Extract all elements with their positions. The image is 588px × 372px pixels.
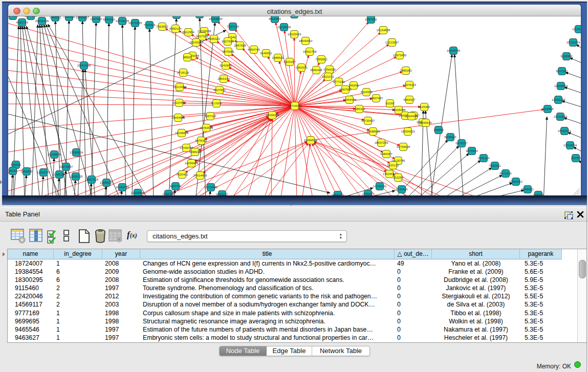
svg-text:164095: 164095 xyxy=(433,128,444,132)
svg-text:5322037: 5322037 xyxy=(284,60,296,63)
svg-text:7663822: 7663822 xyxy=(156,25,168,28)
svg-text:835061: 835061 xyxy=(11,163,21,166)
svg-text:7386322: 7386322 xyxy=(353,107,365,111)
svg-text:1621072: 1621072 xyxy=(322,75,334,78)
svg-text:3624554: 3624554 xyxy=(360,91,373,94)
svg-text:2803144: 2803144 xyxy=(217,77,230,80)
svg-text:14914479: 14914479 xyxy=(193,174,207,177)
svg-text:10719155: 10719155 xyxy=(116,19,129,23)
svg-text:116753: 116753 xyxy=(571,157,581,160)
svg-text:6794028: 6794028 xyxy=(323,68,336,71)
svg-text:16154808: 16154808 xyxy=(377,29,390,32)
svg-text:2935114: 2935114 xyxy=(478,157,490,160)
svg-text:9245652: 9245652 xyxy=(521,188,534,191)
svg-text:9457721: 9457721 xyxy=(332,193,344,195)
svg-text:12923445: 12923445 xyxy=(131,191,145,194)
svg-text:8938923: 8938923 xyxy=(444,136,456,139)
svg-text:9990448: 9990448 xyxy=(310,69,322,72)
svg-text:7485063: 7485063 xyxy=(400,69,412,72)
svg-text:7625402: 7625402 xyxy=(176,173,188,176)
svg-text:2718126: 2718126 xyxy=(177,71,189,74)
svg-text:1615132: 1615132 xyxy=(387,164,399,167)
svg-text:9327508: 9327508 xyxy=(222,40,234,43)
svg-text:1145194: 1145194 xyxy=(54,173,66,176)
svg-text:39154: 39154 xyxy=(9,169,17,172)
svg-text:18640910: 18640910 xyxy=(299,39,313,42)
svg-text:10807487: 10807487 xyxy=(369,97,383,100)
svg-text:9242845: 9242845 xyxy=(220,64,232,67)
svg-text:13325419: 13325419 xyxy=(288,33,301,36)
svg-text:7632621: 7632621 xyxy=(489,164,501,167)
svg-text:9115460: 9115460 xyxy=(419,105,431,108)
svg-text:10107553: 10107553 xyxy=(172,101,186,104)
svg-text:19654923: 19654923 xyxy=(401,130,415,133)
svg-text:15751074: 15751074 xyxy=(567,41,580,44)
svg-text:1527602: 1527602 xyxy=(90,17,102,20)
svg-text:6466160: 6466160 xyxy=(103,18,115,21)
svg-text:746266: 746266 xyxy=(349,84,359,87)
svg-text:18724007: 18724007 xyxy=(288,104,302,107)
svg-text:9457791: 9457791 xyxy=(169,185,182,188)
svg-text:3215958: 3215958 xyxy=(541,107,554,111)
svg-text:1156829: 1156829 xyxy=(21,170,33,173)
svg-text:5498222: 5498222 xyxy=(189,150,201,154)
svg-text:9084067: 9084067 xyxy=(380,152,393,156)
svg-text:19654985: 19654985 xyxy=(171,116,185,119)
svg-text:1063521: 1063521 xyxy=(49,16,61,19)
svg-text:9474444: 9474444 xyxy=(466,149,478,152)
svg-text:16961758: 16961758 xyxy=(303,50,317,53)
svg-text:10688609: 10688609 xyxy=(366,130,380,133)
svg-text:12444159: 12444159 xyxy=(552,98,565,101)
svg-text:17359924: 17359924 xyxy=(70,151,83,154)
svg-text:16033809: 16033809 xyxy=(209,17,223,20)
svg-text:19756928: 19756928 xyxy=(397,145,410,148)
svg-text:9699615: 9699615 xyxy=(420,121,432,124)
svg-text:1292344: 1292344 xyxy=(162,192,175,195)
svg-text:2867608: 2867608 xyxy=(234,44,246,47)
svg-text:924505: 924505 xyxy=(533,193,544,195)
svg-text:8471636: 8471636 xyxy=(499,172,512,175)
svg-text:62160: 62160 xyxy=(386,102,395,105)
svg-text:19218506: 19218506 xyxy=(277,26,291,29)
svg-text:2264103: 2264103 xyxy=(25,16,37,17)
svg-text:817004: 817004 xyxy=(211,102,222,105)
svg-text:17016504: 17016504 xyxy=(563,144,577,147)
svg-text:20364436: 20364436 xyxy=(343,98,357,101)
svg-text:9463627: 9463627 xyxy=(403,98,416,101)
svg-text:10648784: 10648784 xyxy=(447,49,461,52)
svg-text:19166829: 19166829 xyxy=(175,132,189,135)
svg-text:18300295: 18300295 xyxy=(266,114,279,117)
svg-text:10654112: 10654112 xyxy=(509,180,523,183)
svg-text:12353594: 12353594 xyxy=(200,126,213,129)
svg-text:16210643: 16210643 xyxy=(554,115,568,118)
svg-text:1588520: 1588520 xyxy=(272,56,284,59)
svg-text:12342757: 12342757 xyxy=(37,171,51,174)
svg-text:12093832: 12093832 xyxy=(554,84,568,87)
svg-text:6979197: 6979197 xyxy=(455,142,468,145)
svg-text:8186323: 8186323 xyxy=(208,37,220,40)
svg-text:12505135: 12505135 xyxy=(69,175,83,178)
svg-text:8454749: 8454749 xyxy=(248,48,260,51)
svg-text:9777169: 9777169 xyxy=(333,80,345,83)
svg-text:15720407: 15720407 xyxy=(361,119,375,122)
svg-text:3267110: 3267110 xyxy=(205,115,217,118)
svg-text:1733426: 1733426 xyxy=(396,188,408,191)
svg-text:19384554: 19384554 xyxy=(304,139,318,142)
svg-text:15716485: 15716485 xyxy=(204,186,218,189)
svg-text:9329966: 9329966 xyxy=(560,55,573,58)
svg-text:17957225: 17957225 xyxy=(85,178,99,181)
svg-text:20053346: 20053346 xyxy=(77,64,91,67)
svg-text:7357224: 7357224 xyxy=(227,25,239,28)
svg-text:20206576: 20206576 xyxy=(48,153,61,156)
svg-text:994855: 994855 xyxy=(8,16,18,17)
svg-text:16782759: 16782759 xyxy=(116,186,129,189)
svg-text:7515526: 7515526 xyxy=(143,24,156,27)
svg-text:8912954: 8912954 xyxy=(182,31,194,34)
svg-text:10973493: 10973493 xyxy=(393,54,407,57)
svg-text:16671355: 16671355 xyxy=(128,21,142,25)
svg-text:5878352: 5878352 xyxy=(195,139,207,142)
svg-text:4055714: 4055714 xyxy=(16,21,28,24)
svg-text:20691406: 20691406 xyxy=(35,19,49,23)
svg-text:7955812: 7955812 xyxy=(315,58,328,61)
svg-text:2087682: 2087682 xyxy=(365,18,377,21)
